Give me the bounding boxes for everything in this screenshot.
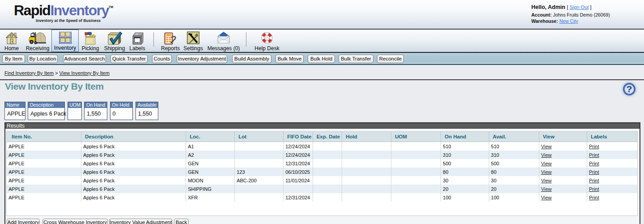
svg-text:?: ?	[627, 84, 632, 94]
